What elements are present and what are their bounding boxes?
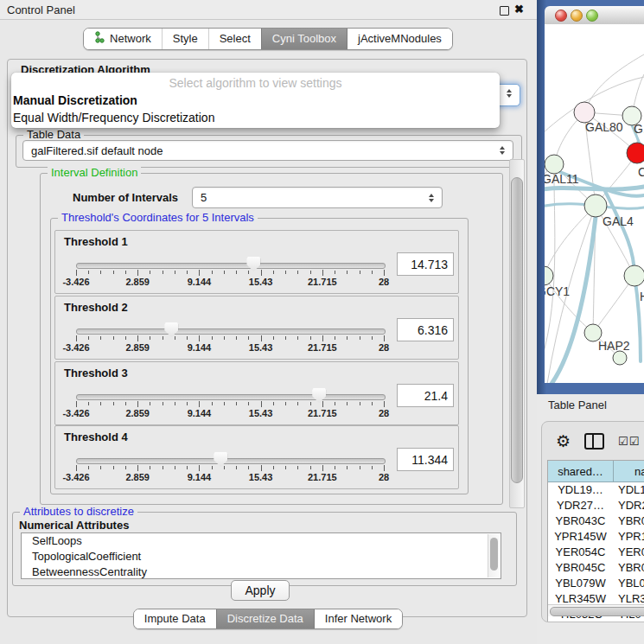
node-node-right[interactable]	[624, 265, 644, 286]
node-gal11[interactable]	[545, 155, 564, 174]
table-data-group-title: Table Data	[23, 128, 84, 141]
threshold-slider-track[interactable]	[76, 458, 386, 464]
tab-infer-network[interactable]: Infer Network	[314, 609, 402, 628]
tick-mark	[125, 271, 126, 274]
tab-impute-data[interactable]: Impute Data	[134, 609, 216, 628]
tab-jactivemnodules[interactable]: jActiveMNodules	[347, 29, 452, 49]
node-node-red[interactable]	[627, 143, 644, 163]
column-header-name[interactable]: name	[614, 461, 644, 481]
tick-mark	[224, 466, 225, 469]
list-item[interactable]: BetweennessCentrality	[22, 564, 501, 579]
tick-mark	[76, 401, 77, 407]
numerical-attributes-list[interactable]: SelfLoopsTopologicalCoefficientBetweenne…	[21, 532, 501, 579]
tick-mark	[360, 402, 360, 405]
tick-mark	[285, 336, 286, 340]
tick-mark	[347, 271, 348, 274]
close-button[interactable]	[555, 10, 567, 22]
table-data-combobox[interactable]: galFiltered.sif default node	[22, 140, 513, 161]
dropdown-option-equal-width[interactable]: Equal Width/Frequency Discretization	[11, 109, 500, 126]
tab-label: Impute Data	[144, 612, 206, 625]
list-scrollbar-thumb[interactable]	[490, 538, 498, 571]
checkboxes-icon[interactable]: ☑☑	[618, 435, 640, 448]
node-node-bottom[interactable]	[613, 351, 627, 365]
tick-label: 9.144	[177, 277, 220, 287]
tick-mark	[273, 336, 274, 340]
number-of-intervals-combobox[interactable]: 5	[192, 187, 443, 208]
interval-definition-title: Interval Definition	[48, 166, 141, 179]
table-row[interactable]: YPR145WYPR1	[548, 529, 644, 545]
minimize-button[interactable]	[571, 10, 583, 22]
close-panel-icon[interactable]: ✖	[514, 3, 524, 16]
tick-mark	[360, 466, 360, 469]
tick-label: -3.426	[54, 472, 98, 482]
tick-mark	[236, 466, 237, 469]
list-item[interactable]: SelfLoops	[22, 533, 501, 549]
dropdown-option-manual[interactable]: Manual Discretization	[11, 92, 500, 109]
edge[interactable]	[584, 54, 644, 112]
threshold-slider-thumb[interactable]	[312, 388, 326, 403]
gear-icon[interactable]: ⚙	[556, 431, 571, 451]
table-row[interactable]: YDR27…YDR2	[548, 498, 644, 513]
threshold-slider-thumb[interactable]	[164, 322, 178, 337]
tick-mark	[347, 336, 348, 340]
threshold-value-field[interactable]: 21.4	[397, 384, 454, 407]
tick-label: 15.43	[239, 342, 283, 353]
tick-mark	[236, 402, 237, 405]
threshold-slider-track[interactable]	[76, 263, 386, 269]
table-horizontal-scrollbar-thumb[interactable]	[550, 607, 644, 616]
node-label: GAL4	[603, 214, 634, 228]
tab-style[interactable]: Style	[162, 29, 208, 49]
threshold-slider-thumb[interactable]	[246, 257, 260, 271]
table-row[interactable]: YDL19…YDL1	[548, 482, 644, 498]
list-item[interactable]: TopologicalCoefficient	[22, 549, 501, 564]
main-scrollbar[interactable]	[509, 159, 525, 508]
tick-mark	[372, 336, 373, 340]
tick-mark	[297, 271, 298, 274]
tick-label: 21.715	[301, 408, 344, 418]
tick-mark	[248, 336, 249, 340]
network-window-titlebar[interactable]	[545, 6, 644, 25]
table-row[interactable]: YBR043CYBR0	[548, 513, 644, 529]
spinner-icon[interactable]	[502, 89, 520, 98]
tick-mark	[248, 466, 249, 469]
list-scrollbar[interactable]	[488, 534, 500, 577]
threshold-slider-track[interactable]	[76, 328, 386, 335]
algorithm-dropdown-popup: Select algorithm to view settings Manual…	[11, 73, 500, 128]
table-row[interactable]: YBR045CYBR0	[548, 560, 644, 576]
table-toolbar: ⚙ ☑☑	[542, 422, 644, 460]
table-cell-name: YBL0	[613, 576, 644, 591]
spinner-icon[interactable]	[424, 194, 442, 202]
tick-label: 2.859	[116, 277, 159, 287]
main-scrollbar-thumb[interactable]	[511, 177, 523, 483]
threshold-slider-thumb[interactable]	[214, 452, 227, 467]
dropdown-prompt: Select algorithm to view settings	[11, 73, 500, 92]
tab-select[interactable]: Select	[208, 29, 261, 49]
columns-icon[interactable]	[584, 433, 604, 450]
float-window-icon[interactable]	[500, 6, 509, 16]
number-of-intervals-value: 5	[193, 191, 424, 204]
threshold-value-field[interactable]: 6.316	[397, 318, 454, 341]
node-gcy1[interactable]	[545, 266, 553, 285]
column-header-shared-name[interactable]: shared…	[548, 461, 614, 481]
tick-mark	[212, 466, 213, 469]
highlighted-edge[interactable]	[605, 191, 634, 276]
network-canvas[interactable]: GAL80G.CGAL11GAL4GCY1HHAP2	[545, 24, 644, 383]
threshold-value-field[interactable]: 14.713	[397, 252, 454, 276]
table-row[interactable]: YBL079WYBL0	[548, 576, 644, 591]
tab-network[interactable]: Network	[84, 29, 162, 49]
table-panel-title: Table Panel	[548, 399, 607, 411]
highlighted-edge[interactable]	[552, 217, 596, 383]
zoom-button[interactable]	[586, 10, 598, 22]
apply-button[interactable]: Apply	[231, 580, 290, 601]
highlighted-edge[interactable]	[634, 276, 641, 361]
table-horizontal-scrollbar[interactable]	[548, 604, 644, 616]
tab-label: Style	[173, 32, 198, 45]
threshold-slider-track[interactable]	[76, 394, 386, 400]
table-row[interactable]: YER054CYER0	[548, 545, 644, 560]
tab-cyni-toolbox[interactable]: Cyni Toolbox	[261, 29, 347, 49]
threshold-value-field[interactable]: 11.344	[397, 448, 454, 471]
node-label: HAP2	[598, 339, 630, 353]
tab-discretize-data[interactable]: Discretize Data	[216, 609, 314, 628]
spinner-icon[interactable]	[495, 146, 513, 155]
tick-mark	[187, 336, 188, 340]
